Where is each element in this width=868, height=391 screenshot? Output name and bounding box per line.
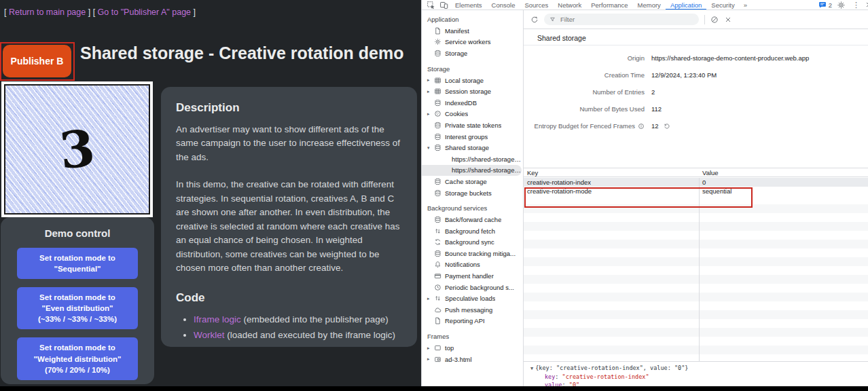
sidebar-item-storage[interactable]: Storage <box>422 48 522 59</box>
chevron-right-icon[interactable]: ▸ <box>427 77 434 83</box>
sidebar-item-background-fetch[interactable]: Background fetch <box>422 225 522 237</box>
sidebar-item-https-shared-storage-d[interactable]: https://shared-storage-d... <box>422 165 522 176</box>
sidebar-item-push-messaging[interactable]: Push messaging <box>422 304 522 316</box>
chevron-right-icon[interactable]: ▸ <box>427 346 434 351</box>
sidebar-item-indexeddb[interactable]: IndexedDB <box>422 97 522 109</box>
sidebar-item-label: Storage buckets <box>445 189 492 197</box>
database-icon <box>434 122 441 129</box>
chevron-down-icon[interactable]: ▾ <box>427 145 434 151</box>
table-cell: 0 <box>699 179 868 186</box>
chevron-down-icon[interactable]: ▼ <box>530 366 533 371</box>
issues-count: 2 <box>829 1 832 9</box>
publisher-page: [ Return to main page ] [ Go to "Publish… <box>0 0 421 387</box>
up-down-arrows-icon <box>434 227 441 235</box>
chevron-right-icon[interactable]: ▸ <box>427 89 434 94</box>
sidebar-item-storage-buckets[interactable]: Storage buckets <box>422 187 522 199</box>
tab-security[interactable]: Security <box>706 0 739 10</box>
sidebar-item-label: https://shared-storage-d... <box>452 155 522 163</box>
cloud-icon <box>434 306 441 314</box>
set-rotation-sequential-button[interactable]: Set rotation mode to"Sequential" <box>17 248 138 279</box>
tab-application[interactable]: Application <box>666 0 706 10</box>
sidebar-item-label: Private state tokens <box>445 122 501 129</box>
close-devtools-icon[interactable] <box>865 1 868 9</box>
chevron-right-icon[interactable]: ▸ <box>427 111 434 117</box>
clock-icon <box>434 284 441 291</box>
worklet-link[interactable]: Worklet <box>194 330 225 340</box>
bell-icon <box>434 261 441 268</box>
sidebar-item-back-forward-cache[interactable]: Back/forward cache <box>422 214 522 225</box>
table-cell: sequential <box>699 187 868 195</box>
tab-elements[interactable]: Elements <box>450 0 487 10</box>
set-rotation-even-distribution-button[interactable]: Set rotation mode to"Even distribution"(… <box>17 287 138 329</box>
info-icon[interactable] <box>638 123 645 130</box>
sidebar-item-session-storage[interactable]: ▸Session storage <box>422 86 522 97</box>
sidebar-item-label: Background fetch <box>445 227 495 235</box>
database-icon <box>434 216 441 223</box>
iframe-logic-link[interactable]: Iframe logic <box>194 314 241 324</box>
sidebar-item-speculative-loads[interactable]: ▸Speculative loads <box>422 293 522 304</box>
sidebar-item-background-sync[interactable]: Background sync <box>422 237 522 248</box>
refresh-icon[interactable] <box>530 16 539 24</box>
sidebar-item-bounce-tracking-mitiga[interactable]: Bounce tracking mitiga... <box>422 248 522 259</box>
set-rotation-weighted-distribution-button[interactable]: Set rotation mode to"Weighted distributi… <box>17 337 138 379</box>
sidebar-item-https-shared-storage-d[interactable]: https://shared-storage-d... <box>422 153 522 165</box>
meta-value: https://shared-storage-demo-content-prod… <box>651 54 868 62</box>
column-value-header[interactable]: Value <box>699 169 868 176</box>
sidebar-item-cache-storage[interactable]: Cache storage <box>422 176 522 187</box>
kebab-menu-icon[interactable]: ⋮ <box>850 1 862 10</box>
sidebar-item-periodic-background-s[interactable]: Periodic background s... <box>422 282 522 293</box>
column-key-header[interactable]: Key <box>524 169 699 176</box>
application-sidebar: ApplicationManifestService workersStorag… <box>422 10 524 387</box>
tab-console[interactable]: Console <box>487 0 520 10</box>
publisher-b-button[interactable]: Publisher B <box>3 45 71 77</box>
database-icon <box>434 250 441 257</box>
chevron-right-icon[interactable]: ▸ <box>427 356 434 362</box>
sidebar-item-label: Push messaging <box>445 306 492 314</box>
reset-budget-icon[interactable] <box>664 123 670 130</box>
sidebar-item-label: Storage <box>445 50 467 57</box>
description-paragraph: An advertiser may want to show different… <box>176 123 402 165</box>
sidebar-item-label: Speculative loads <box>445 295 495 302</box>
shared-storage-main: Shared storage Originhttps://shared-stor… <box>524 10 868 387</box>
preview-summary-line[interactable]: ▼{key: "creative-rotation-index", value:… <box>530 364 868 373</box>
table-row-creative-rotation-index[interactable]: creative-rotation-index0 <box>524 178 868 187</box>
sidebar-item-interest-groups[interactable]: Interest groups <box>422 131 522 143</box>
tab-memory[interactable]: Memory <box>633 0 666 10</box>
tab-network[interactable]: Network <box>553 0 586 10</box>
filter-box[interactable] <box>544 14 699 25</box>
chevron-right-icon[interactable]: ▸ <box>427 296 434 301</box>
clear-all-icon[interactable] <box>710 16 719 24</box>
sidebar-item-top[interactable]: ▸top <box>422 342 522 354</box>
sidebar-item-ad-3-html[interactable]: ▸ad-3.html <box>422 354 522 365</box>
sidebar-item-reporting-api[interactable]: Reporting API <box>422 316 522 327</box>
filter-input[interactable] <box>559 15 693 24</box>
more-tabs-chevron[interactable]: » <box>740 1 751 9</box>
meta-row-number-of-bytes-used: Number of Bytes Used112 <box>524 100 868 117</box>
sidebar-item-service-workers[interactable]: Service workers <box>422 37 522 48</box>
sidebar-item-label: Session storage <box>445 88 491 95</box>
cookie-icon <box>434 110 441 117</box>
sidebar-item-private-state-tokens[interactable]: Private state tokens <box>422 119 522 131</box>
settings-gear-icon[interactable] <box>837 1 846 10</box>
return-main-link[interactable]: [ Return to main page ] <box>4 7 90 17</box>
iframe-icon <box>434 356 441 363</box>
sidebar-item-payment-handler[interactable]: Payment handler <box>422 270 522 282</box>
publisher-a-link[interactable]: [ Go to "Publisher A" page ] <box>93 7 196 17</box>
tab-performance[interactable]: Performance <box>586 0 632 10</box>
sidebar-item-notifications[interactable]: Notifications <box>422 259 522 271</box>
inspect-element-icon[interactable] <box>427 1 435 10</box>
delete-selected-icon[interactable] <box>724 16 732 24</box>
sidebar-item-label: Notifications <box>445 261 480 268</box>
sidebar-item-local-storage[interactable]: ▸Local storage <box>422 75 522 86</box>
description-paragraph: In this demo, the creative can be rotate… <box>176 178 402 276</box>
sidebar-item-shared-storage[interactable]: ▾Shared storage <box>422 142 522 153</box>
table-row-creative-rotation-mode[interactable]: creative-rotation-modesequential <box>524 187 868 196</box>
meta-value: 2 <box>651 88 868 96</box>
meta-label: Origin <box>529 54 645 62</box>
tab-sources[interactable]: Sources <box>520 0 553 10</box>
meta-value: 112 <box>651 105 868 113</box>
issues-button[interactable]: 2 <box>818 1 832 9</box>
sidebar-item-manifest[interactable]: Manifest <box>422 25 522 37</box>
sidebar-item-cookies[interactable]: ▸Cookies <box>422 109 522 120</box>
device-toolbar-icon[interactable] <box>439 1 448 10</box>
